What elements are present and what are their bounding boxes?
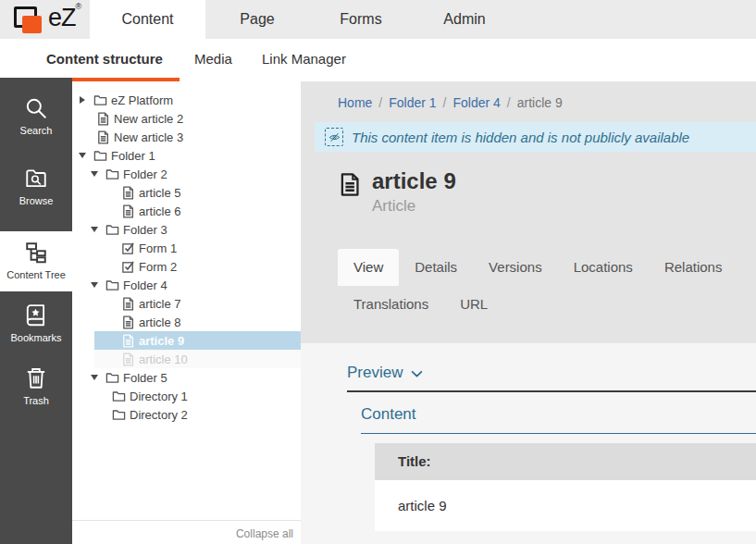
article-icon bbox=[121, 315, 135, 329]
collapse-arrow-icon[interactable] bbox=[79, 153, 86, 158]
ez-logo-orange-square-icon bbox=[22, 16, 42, 33]
tab-relations[interactable]: Relations bbox=[649, 249, 738, 286]
ez-logo[interactable]: eZ® bbox=[14, 5, 93, 34]
preview-label: Preview bbox=[347, 364, 403, 382]
content-tree-icon bbox=[24, 241, 48, 265]
content-title-block: article 9 Article bbox=[338, 168, 756, 216]
breadcrumb-link-folder-1[interactable]: Folder 1 bbox=[389, 95, 436, 110]
tree-item-label: Folder 1 bbox=[111, 149, 155, 163]
content-header-section: Home/Folder 1/Folder 4/article 9 This co… bbox=[301, 81, 756, 343]
content-tree: eZ Platform New article 2 New article 3 … bbox=[72, 91, 301, 424]
tree-item-article-6[interactable]: article 6 bbox=[72, 202, 301, 220]
sidebar-item-label: Content Tree bbox=[0, 269, 72, 280]
tree-item-new-article-2[interactable]: New article 2 bbox=[72, 109, 301, 128]
sidebar-item-trash[interactable]: Trash bbox=[0, 366, 72, 406]
breadcrumb-link-home[interactable]: Home bbox=[338, 95, 372, 110]
tree-item-form-1[interactable]: Form 1 bbox=[72, 239, 301, 257]
tree-item-article-5[interactable]: article 5 bbox=[72, 183, 301, 202]
sidebar-item-label: Trash bbox=[0, 395, 72, 406]
article-icon bbox=[121, 186, 135, 200]
tree-item-article-10-hidden[interactable]: article 10 bbox=[94, 350, 301, 368]
subnav-content-structure[interactable]: Content structure bbox=[46, 39, 163, 81]
tree-item-label: Folder 3 bbox=[123, 223, 167, 237]
tab-details[interactable]: Details bbox=[399, 249, 473, 286]
tab-url[interactable]: URL bbox=[444, 286, 503, 323]
chevron-down-icon bbox=[411, 370, 423, 378]
tab-view[interactable]: View bbox=[338, 249, 399, 286]
tree-item-directory-2[interactable]: Directory 2 bbox=[72, 405, 301, 424]
breadcrumb-link-folder-4[interactable]: Folder 4 bbox=[453, 95, 501, 110]
folder-icon bbox=[112, 389, 126, 403]
folder-icon bbox=[105, 278, 119, 292]
tab-view-body: Preview Content Title: article 9 bbox=[301, 343, 756, 544]
collapse-arrow-icon[interactable] bbox=[91, 282, 98, 288]
form-icon bbox=[121, 241, 135, 255]
tree-item-label: Directory 1 bbox=[130, 389, 188, 403]
tree-item-label: article 8 bbox=[139, 315, 181, 329]
tree-item-article-7[interactable]: article 7 bbox=[72, 294, 301, 313]
tree-item-ez-platform[interactable]: eZ Platform bbox=[72, 91, 301, 109]
breadcrumb-separator: / bbox=[507, 95, 511, 110]
tree-item-label: article 6 bbox=[139, 204, 181, 218]
tree-item-label: Folder 4 bbox=[123, 278, 167, 292]
preview-section-header[interactable]: Preview bbox=[347, 364, 756, 392]
field-table: Title: article 9 bbox=[375, 443, 756, 531]
collapse-arrow-icon[interactable] bbox=[91, 227, 98, 232]
collapse-arrow-icon[interactable] bbox=[91, 171, 98, 177]
field-label: Title: bbox=[375, 443, 756, 480]
tree-item-new-article-3[interactable]: New article 3 bbox=[72, 128, 301, 146]
left-sidebar: Search Browse Content Tree Bookmarks Tra… bbox=[0, 78, 72, 544]
tree-item-label: eZ Platform bbox=[111, 93, 173, 107]
tree-item-folder-3[interactable]: Folder 3 bbox=[72, 220, 301, 239]
folder-icon bbox=[105, 371, 119, 385]
tab-translations[interactable]: Translations bbox=[338, 286, 444, 323]
article-icon bbox=[96, 130, 110, 144]
content-section-heading: Content bbox=[361, 405, 756, 434]
tree-item-label: article 9 bbox=[139, 334, 184, 348]
bookmarks-icon bbox=[24, 303, 48, 328]
top-tab-page[interactable]: Page bbox=[205, 0, 309, 39]
field-value: article 9 bbox=[375, 480, 756, 531]
top-bar: eZ® Content Page Forms Admin bbox=[0, 0, 756, 39]
tab-versions[interactable]: Versions bbox=[473, 249, 558, 286]
tree-item-folder-2[interactable]: Folder 2 bbox=[72, 165, 301, 183]
tree-item-folder-5[interactable]: Folder 5 bbox=[72, 368, 301, 387]
breadcrumb-current: article 9 bbox=[517, 95, 563, 110]
top-tab-admin[interactable]: Admin bbox=[413, 0, 516, 39]
collapse-arrow-icon[interactable] bbox=[91, 375, 98, 380]
top-tab-forms[interactable]: Forms bbox=[309, 0, 413, 39]
form-icon bbox=[121, 260, 135, 274]
subnav-media[interactable]: Media bbox=[194, 39, 232, 81]
folder-icon bbox=[112, 408, 126, 422]
tree-item-article-9-selected[interactable]: article 9 bbox=[94, 331, 301, 350]
tree-item-folder-1[interactable]: Folder 1 bbox=[72, 146, 301, 165]
tab-locations[interactable]: Locations bbox=[558, 249, 649, 286]
sidebar-item-content-tree[interactable]: Content Tree bbox=[0, 231, 72, 291]
registered-mark: ® bbox=[76, 2, 82, 11]
folder-icon bbox=[93, 93, 107, 107]
tree-item-directory-1[interactable]: Directory 1 bbox=[72, 387, 301, 405]
tree-item-folder-4[interactable]: Folder 4 bbox=[72, 276, 301, 294]
sidebar-item-bookmarks[interactable]: Bookmarks bbox=[0, 303, 72, 343]
folder-icon bbox=[105, 167, 119, 181]
top-tab-content[interactable]: Content bbox=[90, 0, 205, 39]
sidebar-item-label: Search bbox=[0, 125, 72, 136]
breadcrumb-separator: / bbox=[443, 95, 447, 110]
browse-icon bbox=[24, 167, 48, 191]
subnav-link-manager[interactable]: Link Manager bbox=[262, 39, 346, 81]
tree-item-form-2[interactable]: Form 2 bbox=[72, 257, 301, 276]
breadcrumb-separator: / bbox=[378, 95, 382, 110]
tree-item-label: Form 1 bbox=[139, 241, 177, 255]
expand-arrow-icon[interactable] bbox=[80, 96, 85, 104]
article-icon bbox=[96, 112, 110, 126]
tree-item-article-8[interactable]: article 8 bbox=[72, 313, 301, 331]
tree-item-label: Folder 5 bbox=[123, 371, 167, 385]
collapse-all-button[interactable]: Collapse all bbox=[72, 520, 301, 544]
sidebar-item-browse[interactable]: Browse bbox=[0, 167, 72, 206]
content-tabs: View Details Versions Locations Relation… bbox=[338, 249, 756, 323]
sidebar-item-search[interactable]: Search bbox=[0, 96, 72, 136]
tree-item-label: New article 3 bbox=[114, 130, 183, 144]
tree-item-label: Folder 2 bbox=[123, 167, 167, 181]
article-icon bbox=[121, 352, 135, 366]
tree-item-label: Directory 2 bbox=[130, 408, 188, 422]
